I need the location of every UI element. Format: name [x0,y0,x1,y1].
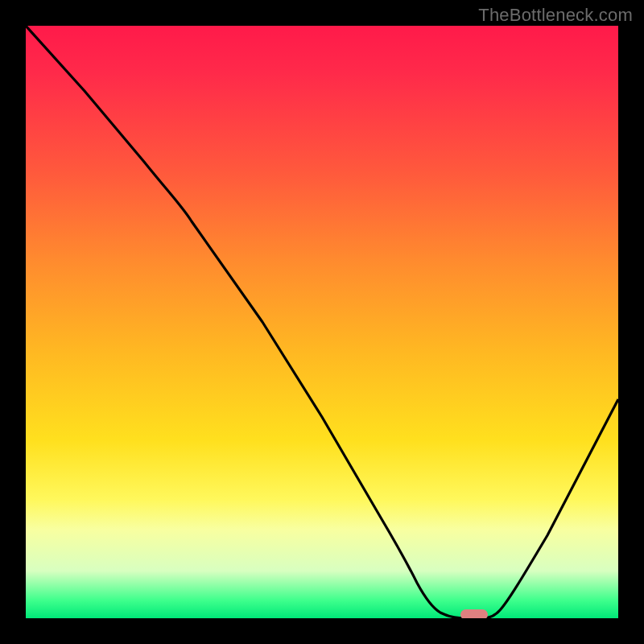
chart-frame: TheBottleneck.com [0,0,644,644]
curve-svg [26,26,618,618]
optimum-marker [460,609,488,618]
bottleneck-curve [26,26,618,618]
watermark-text: TheBottleneck.com [478,5,633,26]
plot-area [26,26,618,618]
